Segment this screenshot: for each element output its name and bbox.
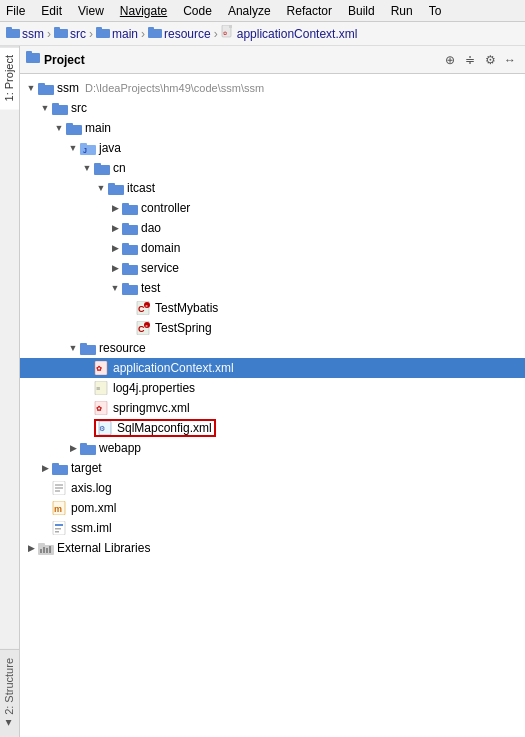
toggle-test[interactable]: ▼ [108,281,122,295]
toggle-src[interactable]: ▼ [38,101,52,115]
log-icon-axislog [52,481,68,495]
toggle-domain[interactable]: ▶ [108,241,122,255]
breadcrumb-src[interactable]: src [70,27,86,41]
menu-file[interactable]: File [4,4,27,18]
tree-row-sqlmapconfig[interactable]: ▶ ⚙ SqlMapconfig.xml [20,418,525,438]
menu-view[interactable]: View [76,4,106,18]
menu-build[interactable]: Build [346,4,377,18]
tree-row-main[interactable]: ▼ main [20,118,525,138]
svg-rect-69 [38,543,45,547]
tree-row-springmvc[interactable]: ▶ ✿ springmvc.xml [20,398,525,418]
toggle-itcast[interactable]: ▼ [94,181,108,195]
breadcrumb: ssm › src › main › resource › ✿ applicat… [0,22,525,46]
tree-label-itcast: itcast [127,181,155,195]
menu-bar: File Edit View Navigate Code Analyze Ref… [0,0,525,22]
tree-row-log4j[interactable]: ▶ ≡ log4j.properties [20,378,525,398]
project-tree[interactable]: ▼ ssm D:\IdeaProjects\hm49\code\ssm\ssm … [20,74,525,737]
tree-row-resource[interactable]: ▼ resource [20,338,525,358]
panel-layout-icon[interactable]: ↔ [501,51,519,69]
tree-row-dao[interactable]: ▶ dao [20,218,525,238]
folder-icon-src [52,101,68,115]
menu-refactor[interactable]: Refactor [285,4,334,18]
tree-row-ssmiml[interactable]: ▶ ssm.iml [20,518,525,538]
tree-row-extlibs[interactable]: ▶ External Libraries [20,538,525,558]
menu-navigate[interactable]: Navigate [118,4,169,18]
structure-tab[interactable]: ▲ 2: Structure [0,649,19,737]
toggle-extlibs[interactable]: ▶ [24,541,38,555]
tree-label-extlibs: External Libraries [57,541,150,555]
tree-row-service[interactable]: ▶ service [20,258,525,278]
menu-run[interactable]: Run [389,4,415,18]
project-panel: Project ⊕ ≑ ⚙ ↔ ▼ ssm D:\IdeaProjects\hm… [20,46,525,737]
folder-icon-itcast [108,181,124,195]
svg-rect-2 [54,29,68,38]
xml-spring-icon-springmvc: ✿ [94,401,110,415]
tree-label-axislog: axis.log [71,481,112,495]
toggle-target[interactable]: ▶ [38,461,52,475]
tree-label-java: java [99,141,121,155]
svg-rect-6 [148,29,162,38]
menu-to[interactable]: To [427,4,444,18]
svg-rect-4 [96,29,110,38]
tree-row-domain[interactable]: ▶ domain [20,238,525,258]
svg-rect-35 [122,283,129,287]
java-class-icon-testspring: Cc [136,321,152,335]
toggle-controller[interactable]: ▶ [108,201,122,215]
folder-icon-main [66,121,82,135]
svg-rect-12 [26,51,32,55]
panel-settings-icon[interactable]: ⚙ [481,51,499,69]
menu-analyze[interactable]: Analyze [226,4,273,18]
tree-row-test[interactable]: ▼ test [20,278,525,298]
tree-row-controller[interactable]: ▶ controller [20,198,525,218]
breadcrumb-applicationcontext[interactable]: applicationContext.xml [237,27,358,41]
folder-icon-dao [122,221,138,235]
toggle-main[interactable]: ▼ [52,121,66,135]
project-tab[interactable]: 1: Project [0,46,19,109]
panel-title: Project [44,53,437,67]
toggle-resource[interactable]: ▼ [66,341,80,355]
toggle-ssm[interactable]: ▼ [24,81,38,95]
panel-expand-icon[interactable]: ≑ [461,51,479,69]
tree-label-domain: domain [141,241,180,255]
tree-row-axislog[interactable]: ▶ axis.log [20,478,525,498]
xml-db-icon-sqlmapconfig: ⚙ [98,421,114,435]
breadcrumb-main[interactable]: main [112,27,138,41]
tree-label-dao: dao [141,221,161,235]
tree-label-src: src [71,101,87,115]
svg-rect-70 [40,549,42,553]
folder-icon-target [52,461,68,475]
toggle-service[interactable]: ▶ [108,261,122,275]
tree-label-testmybatis: TestMybatis [155,301,218,315]
tree-row-testmybatis[interactable]: ▶ Cc TestMybatis [20,298,525,318]
menu-edit[interactable]: Edit [39,4,64,18]
panel-locate-icon[interactable]: ⊕ [441,51,459,69]
svg-text:✿: ✿ [96,405,102,412]
toggle-webapp[interactable]: ▶ [66,441,80,455]
breadcrumb-resource[interactable]: resource [164,27,211,41]
svg-rect-73 [49,546,51,553]
menu-code[interactable]: Code [181,4,214,18]
tree-row-applicationcontext[interactable]: ▶ ✿ applicationContext.xml [20,358,525,378]
svg-rect-25 [108,183,115,187]
tree-row-pomxml[interactable]: ▶ m pom.xml [20,498,525,518]
toggle-dao[interactable]: ▶ [108,221,122,235]
toggle-cn[interactable]: ▼ [80,161,94,175]
tree-label-test: test [141,281,160,295]
tree-row-itcast[interactable]: ▼ itcast [20,178,525,198]
tree-row-cn[interactable]: ▼ cn [20,158,525,178]
tree-row-ssm[interactable]: ▼ ssm D:\IdeaProjects\hm49\code\ssm\ssm [20,78,525,98]
toggle-java[interactable]: ▼ [66,141,80,155]
tree-row-src[interactable]: ▼ src [20,98,525,118]
breadcrumb-ssm[interactable]: ssm [22,27,44,41]
svg-rect-66 [55,528,61,530]
tree-row-webapp[interactable]: ▶ webapp [20,438,525,458]
tree-label-springmvc: springmvc.xml [113,401,190,415]
svg-text:⚙: ⚙ [99,425,105,432]
tree-label-log4j: log4j.properties [113,381,195,395]
maven-icon-pomxml: m [52,501,68,515]
tree-row-java[interactable]: ▼ J java [20,138,525,158]
tree-row-testspring[interactable]: ▶ Cc TestSpring [20,318,525,338]
tree-label-applicationcontext: applicationContext.xml [113,361,234,375]
folder-icon-resource [80,341,96,355]
tree-row-target[interactable]: ▶ target [20,458,525,478]
